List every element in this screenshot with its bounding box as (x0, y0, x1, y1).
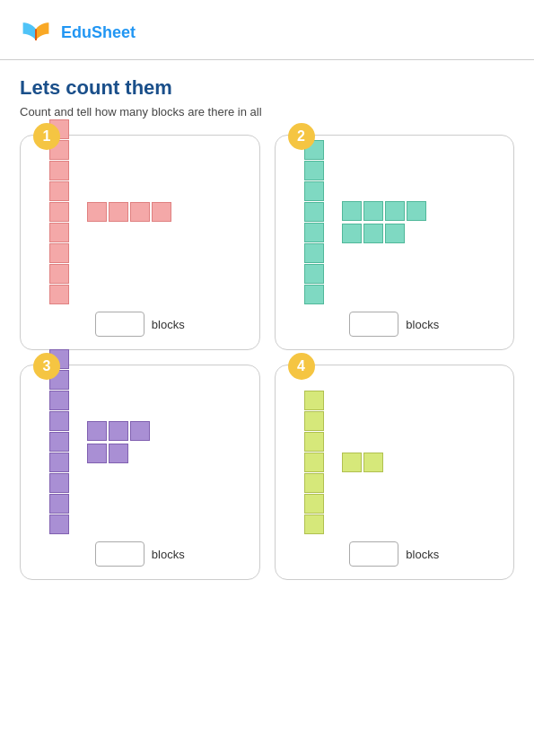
blocks-label-2: blocks (406, 318, 439, 331)
column-blocks-2 (304, 140, 324, 304)
answer-row-1: blocks (95, 312, 185, 337)
answer-input-4[interactable] (349, 541, 398, 567)
answer-row-4: blocks (349, 541, 439, 567)
card-3: 3 (20, 365, 260, 580)
card-number-2: 2 (288, 123, 315, 150)
answer-row-3: blocks (95, 541, 185, 567)
header: EduSheet (0, 0, 534, 60)
card-number-4: 4 (288, 353, 315, 380)
blocks-area-3 (33, 340, 247, 534)
blocks-label-4: blocks (406, 548, 439, 561)
card-4: 4 (275, 365, 515, 580)
page-title: Lets count them (20, 76, 514, 100)
card-number-3: 3 (33, 353, 60, 380)
column-blocks-4 (304, 391, 324, 534)
scattered-2 (342, 201, 426, 243)
card-2: 2 (275, 135, 515, 350)
answer-input-3[interactable] (95, 541, 144, 567)
card-1: 1 (20, 135, 260, 350)
blocks-area-2 (288, 131, 502, 304)
cards-grid: 1 (20, 135, 514, 580)
main-content: Lets count them Count and tell how many … (0, 60, 534, 589)
logo-icon (20, 16, 52, 48)
blocks-area-1 (33, 110, 247, 304)
answer-row-2: blocks (349, 312, 439, 337)
scattered-3 (87, 421, 150, 463)
brand-name: EduSheet (61, 23, 136, 42)
scattered-1 (87, 202, 171, 222)
scattered-4 (342, 453, 383, 472)
answer-input-1[interactable] (95, 312, 144, 337)
card-number-1: 1 (33, 123, 60, 150)
svg-rect-0 (35, 29, 37, 40)
blocks-label-3: blocks (152, 548, 185, 561)
blocks-label-1: blocks (152, 318, 185, 331)
answer-input-2[interactable] (349, 312, 398, 337)
blocks-area-4 (288, 380, 502, 534)
